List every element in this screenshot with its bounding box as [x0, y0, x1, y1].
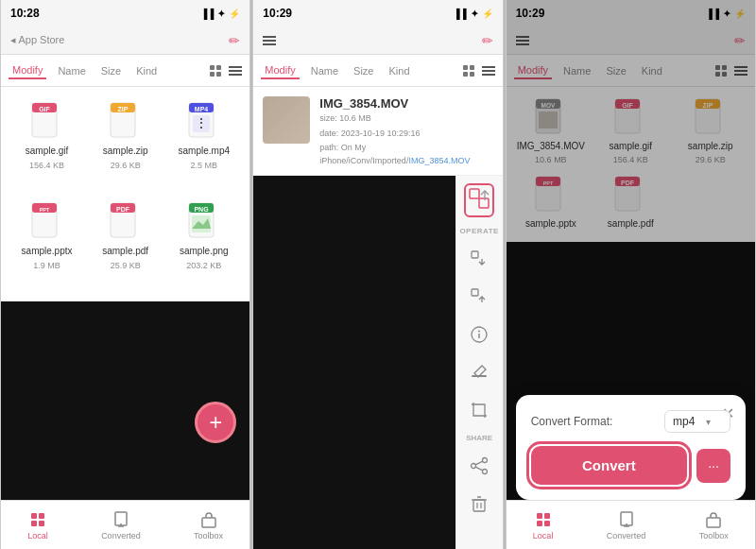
hamburger-icon-2[interactable] — [263, 36, 276, 45]
convert-icon-area[interactable] — [456, 183, 503, 217]
svg-rect-31 — [479, 198, 489, 208]
tab-modify-1[interactable]: Modify — [9, 62, 46, 79]
menu-icon-2[interactable] — [482, 66, 495, 76]
file-detail-text: IMG_3854.MOV size: 10.6 MB date: 2023-10… — [319, 96, 492, 167]
file-path-meta: path: On My iPhone/iConv/Imported/IMG_38… — [319, 142, 492, 167]
svg-rect-65 — [537, 513, 542, 519]
format-row: Convert Format: mp4 ▾ — [531, 410, 730, 433]
svg-point-40 — [472, 464, 476, 469]
status-icons-1: ▐▐ ✦ ⚡ — [200, 9, 240, 19]
svg-line-42 — [475, 461, 482, 465]
list-item[interactable]: PNG sample.png 203.2 KB — [165, 195, 242, 293]
tab-size-2[interactable]: Size — [350, 63, 377, 78]
status-bar-2: 10:29 ▐▐ ✦ ⚡ — [253, 0, 502, 26]
operations-layout: OPERATE — [253, 176, 502, 549]
bottom-nav-1: Local Converted Toolbox — [1, 500, 249, 549]
nav-converted-3[interactable]: Converted — [607, 510, 646, 540]
ops-sidebar: OPERATE — [455, 176, 503, 549]
svg-text:PDF: PDF — [116, 206, 130, 213]
toolbar-2: Modify Name Size Kind — [253, 55, 502, 87]
format-select[interactable]: mp4 ▾ — [664, 410, 730, 433]
svg-rect-22 — [31, 513, 37, 519]
back-link-1[interactable]: ◂ App Store — [10, 34, 64, 46]
file-size: 156.4 KB — [29, 161, 64, 170]
grid-view-icon-2[interactable] — [463, 65, 474, 77]
tab-name-1[interactable]: Name — [54, 63, 89, 78]
nav-toolbox-1[interactable]: Toolbox — [194, 510, 223, 540]
svg-text:⋮: ⋮ — [196, 116, 207, 129]
add-button-1[interactable]: + — [195, 402, 236, 443]
svg-rect-26 — [115, 512, 127, 525]
move-down-icon[interactable] — [465, 245, 493, 273]
time-2: 10:29 — [263, 7, 292, 20]
svg-text:MP4: MP4 — [195, 106, 209, 112]
move-up-icon[interactable] — [465, 283, 493, 311]
file-icon-mp4: MP4 ⋮ — [185, 100, 223, 142]
svg-line-43 — [475, 467, 482, 471]
chevron-down-icon: ▾ — [706, 417, 711, 427]
menu-icon-1[interactable] — [229, 66, 242, 76]
grid-view-icon-1[interactable] — [210, 65, 221, 77]
nav-converted-1[interactable]: Converted — [101, 510, 141, 540]
list-item[interactable]: MP4 ⋮ sample.mp4 2.5 MB — [165, 94, 242, 193]
nav-local-3[interactable]: Local — [533, 510, 554, 540]
file-icon-zip: ZIP — [107, 100, 145, 142]
svg-text:PNG: PNG — [194, 206, 209, 213]
list-item[interactable]: PPT sample.pptx 1.9 MB — [9, 195, 85, 293]
file-icon-gif: GIF — [28, 100, 66, 142]
more-options-button[interactable]: ··· — [696, 449, 730, 483]
tab-kind-2[interactable]: Kind — [385, 63, 413, 78]
phone1: 10:28 ▐▐ ✦ ⚡ ◂ App Store ✏ Modify Name S… — [0, 0, 250, 549]
list-item[interactable]: PDF sample.pdf 25.9 KB — [87, 195, 163, 293]
svg-rect-33 — [472, 251, 478, 258]
svg-point-41 — [483, 470, 488, 474]
list-item[interactable]: ZIP sample.zip 29.6 KB — [87, 94, 163, 193]
file-grid-1: GIF sample.gif 156.4 KB ZIP sample.zip 2… — [1, 87, 249, 301]
file-name: sample.pptx — [22, 246, 73, 257]
file-name: sample.pdf — [102, 246, 148, 257]
convert-icon[interactable] — [464, 183, 494, 217]
tab-modify-2[interactable]: Modify — [261, 62, 299, 79]
svg-rect-29 — [202, 518, 215, 527]
nav-local-1[interactable]: Local — [27, 510, 48, 540]
file-size-meta: size: 10.6 MB — [319, 112, 492, 126]
svg-rect-30 — [470, 189, 479, 198]
format-value: mp4 — [673, 415, 695, 428]
rename-icon[interactable] — [465, 358, 493, 386]
share-icon[interactable] — [465, 452, 493, 480]
bottom-nav-3: Local Converted Toolbox — [507, 500, 755, 549]
selected-file-name: IMG_3854.MOV — [319, 96, 492, 111]
file-size: 25.9 KB — [111, 261, 141, 270]
toolbar-right-1 — [210, 65, 242, 77]
file-size: 29.6 KB — [111, 161, 141, 170]
tab-size-1[interactable]: Size — [97, 63, 125, 78]
tab-kind-1[interactable]: Kind — [132, 63, 161, 78]
svg-point-37 — [478, 331, 480, 333]
nav-toolbox-3[interactable]: Toolbox — [699, 510, 729, 540]
file-thumbnail — [263, 96, 310, 144]
edit-icon-2[interactable]: ✏ — [482, 33, 493, 48]
main-area-2 — [253, 176, 455, 549]
svg-text:PPT: PPT — [39, 207, 49, 213]
status-icons-2: ▐▐ ✦ ⚡ — [453, 9, 492, 19]
tab-name-2[interactable]: Name — [307, 63, 342, 78]
svg-rect-67 — [537, 521, 542, 526]
toolbar-1: Modify Name Size Kind — [1, 55, 249, 87]
phone2: 10:29 ▐▐ ✦ ⚡ ✏ Modify Name Size Kind — [252, 0, 503, 549]
svg-rect-34 — [472, 289, 478, 296]
svg-text:ZIP: ZIP — [117, 106, 128, 112]
toolbar-right-2 — [463, 65, 495, 77]
crop-icon[interactable] — [465, 396, 493, 424]
share-section-label: SHARE — [466, 434, 492, 442]
fab-1[interactable]: + — [195, 402, 236, 443]
status-bar-1: 10:28 ▐▐ ✦ ⚡ — [1, 0, 249, 26]
convert-dialog: ✕ Convert Format: mp4 ▾ Convert ··· — [516, 395, 746, 500]
delete-icon[interactable] — [465, 489, 493, 518]
phone3: 10:29 ▐▐ ✦ ⚡ ✏ Modify Name Size Kind — [506, 0, 756, 549]
convert-button[interactable]: Convert — [531, 446, 687, 485]
info-icon[interactable] — [465, 320, 493, 349]
file-size: 2.5 MB — [191, 161, 218, 170]
list-item[interactable]: GIF sample.gif 156.4 KB — [9, 94, 85, 193]
svg-rect-25 — [39, 521, 44, 526]
edit-icon-1[interactable]: ✏ — [229, 33, 240, 48]
